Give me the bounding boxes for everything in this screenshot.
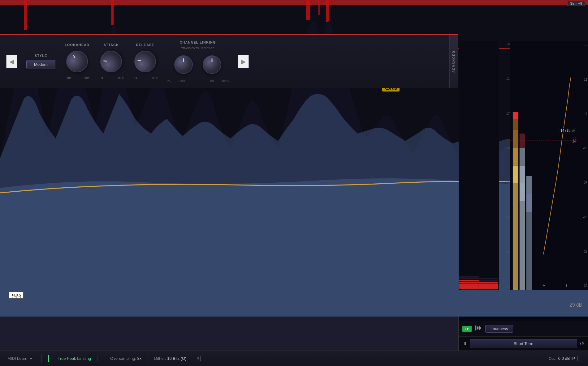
oversampling-label: Oversampling: 8x xyxy=(110,356,141,361)
vu-right-seg-4 xyxy=(479,282,499,283)
release-label: RELEASE xyxy=(136,43,154,47)
style-button[interactable]: Modern xyxy=(26,60,55,69)
release-knob[interactable] xyxy=(133,49,158,74)
bottom-bar: MIDI Learn ▼ True Peak Limiting Oversamp… xyxy=(0,351,588,366)
true-peak-section: True Peak Limiting xyxy=(48,355,97,362)
loudness-button[interactable]: Loudness xyxy=(485,325,513,333)
short-term-area: ⏸ Short Term ↺ xyxy=(459,336,588,351)
divider-1 xyxy=(41,354,42,363)
channel-linking-label: CHANNEL LINKING xyxy=(180,40,216,44)
main-container: fabfilter software instruments Pro·L2 ↩ … xyxy=(0,12,588,366)
output-label: Out: xyxy=(549,356,556,361)
svg-rect-31 xyxy=(526,212,532,290)
content-area: 0 dB -5 dB -8 dB -11 dB -14 dB -17 dB -2… xyxy=(0,34,588,351)
channel-linking-sub-labels: TRANSIENTS RELEASE xyxy=(181,47,214,50)
channel-linking-control: CHANNEL LINKING TRANSIENTS RELEASE xyxy=(167,40,229,83)
gain-label: GAIN xyxy=(12,295,21,299)
attack-knob-container xyxy=(99,49,123,74)
smi-labels: S M I xyxy=(510,284,577,287)
advanced-tab-label: ADVANCED xyxy=(452,50,456,73)
loudness-bars-area: -14 -14 (Strm) S M I xyxy=(510,41,577,290)
style-label: STYLE xyxy=(35,54,47,57)
channel-linking-values: 0% 100% 0% 100% xyxy=(167,79,229,83)
right-scale: -8 -11 -17 -20 -23 -26 -29 -32 xyxy=(577,41,588,290)
release-knob-indicator xyxy=(137,60,141,61)
svg-rect-26 xyxy=(520,201,525,290)
true-peak-indicator xyxy=(48,355,49,362)
wave-button[interactable] xyxy=(475,326,482,332)
release-knob-container xyxy=(133,49,158,74)
lookahead-knob[interactable] xyxy=(62,47,92,76)
svg-marker-38 xyxy=(479,326,482,330)
release-link-knob[interactable] xyxy=(203,55,221,74)
vu-right-dark-2 xyxy=(479,278,499,279)
nav-right-button[interactable]: ▶ xyxy=(238,55,249,68)
vu-seg-red-5 xyxy=(459,280,479,281)
midi-learn-button[interactable]: MIDI Learn ▼ xyxy=(5,354,35,363)
true-peak-label: True Peak Limiting xyxy=(51,356,97,361)
vu-right-seg-3 xyxy=(479,283,499,285)
playback-controls: TP Loudness xyxy=(459,321,588,336)
attack-knob[interactable] xyxy=(99,50,123,73)
advanced-tab[interactable]: ADVANCED xyxy=(449,35,458,88)
expand-icon[interactable] xyxy=(577,356,583,361)
svg-text:-14: -14 xyxy=(571,138,576,143)
nav-left-button[interactable]: ◀ xyxy=(6,55,17,68)
attack-label: ATTACK xyxy=(103,43,119,47)
svg-rect-27 xyxy=(520,183,525,201)
divider-3 xyxy=(148,354,148,363)
svg-rect-23 xyxy=(513,130,518,148)
loudness-chart: -14 xyxy=(510,41,577,290)
settings-icon[interactable]: ⚙ xyxy=(195,356,201,361)
transients-knob[interactable] xyxy=(174,55,193,74)
svg-text:-29 dB: -29 dB xyxy=(568,301,582,308)
strm14-label: -14 (Strm) xyxy=(558,128,576,133)
svg-rect-32 xyxy=(526,194,532,212)
lookahead-label: LOOKAHEAD xyxy=(65,43,89,47)
lookahead-control: LOOKAHEAD 0 ms 5 ms xyxy=(65,43,89,80)
vu-seg-red-4 xyxy=(459,282,479,283)
release-sublabel: RELEASE xyxy=(201,47,214,50)
divider-2 xyxy=(104,354,104,363)
style-control: STYLE Modern xyxy=(26,54,55,69)
vu-columns xyxy=(459,42,498,289)
lookahead-range: 0 ms 5 ms xyxy=(65,76,89,80)
attack-control: ATTACK 0 s 10 s xyxy=(99,43,123,80)
svg-rect-20 xyxy=(513,183,518,290)
tp-button[interactable]: TP xyxy=(462,326,472,332)
s-label: S xyxy=(520,284,522,287)
transients-sublabel: TRANSIENTS xyxy=(181,47,199,50)
vu-seg-red-1 xyxy=(459,287,479,289)
short-term-button[interactable]: Short Term xyxy=(470,339,577,348)
output-value: 0.0 dBTP xyxy=(558,356,575,361)
channel-linking-knobs xyxy=(171,52,224,77)
lookahead-knob-indicator xyxy=(73,55,76,58)
attack-range: 0 s 10 s xyxy=(99,76,123,80)
lookahead-knob-container xyxy=(65,49,89,74)
vu-right-seg-2 xyxy=(479,285,499,287)
attack-knob-indicator xyxy=(103,60,107,62)
oversampling-value: 8x xyxy=(137,356,142,361)
scale-column: -8 -11 -17 -20 -23 -26 -29 -32 xyxy=(499,41,510,290)
vu-meter-area xyxy=(459,41,499,290)
vu-left-col xyxy=(459,42,479,289)
center-section: 0 dB -5 dB -8 dB -11 dB -14 dB -17 dB -2… xyxy=(0,34,458,351)
right-inner: -8 -11 -17 -20 -23 -26 -29 -32 xyxy=(459,41,588,290)
svg-rect-25 xyxy=(513,112,518,119)
svg-rect-29 xyxy=(520,148,525,166)
i-label: I xyxy=(566,284,567,287)
release-link-knob-container xyxy=(200,52,224,77)
vu-seg-red-2 xyxy=(459,285,479,287)
pause-button[interactable]: ⏸ xyxy=(462,341,467,347)
svg-rect-30 xyxy=(520,134,525,148)
reset-button[interactable]: ↺ xyxy=(580,340,584,347)
svg-rect-21 xyxy=(513,166,518,184)
vu-seg-red-3 xyxy=(459,283,479,285)
vu-right-seg-1 xyxy=(479,287,499,289)
vu-right-col xyxy=(479,42,499,289)
svg-rect-24 xyxy=(513,119,518,130)
vu-seg-dark-1 xyxy=(459,278,479,279)
output-display: Out: 0.0 dBTP xyxy=(549,356,583,361)
dither-value: 16 Bits (O) xyxy=(167,356,186,361)
release-link-knob-indicator xyxy=(212,58,213,62)
